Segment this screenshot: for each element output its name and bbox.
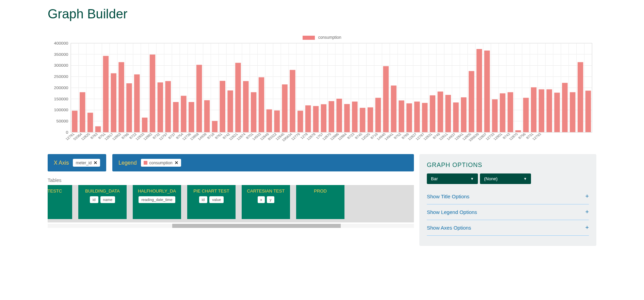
svg-rect-134 bbox=[445, 95, 451, 132]
svg-rect-139 bbox=[484, 51, 490, 132]
svg-rect-111 bbox=[267, 110, 272, 132]
remove-icon[interactable]: ✕ bbox=[175, 160, 178, 165]
legend-box-label: Legend bbox=[118, 160, 136, 166]
svg-rect-115 bbox=[297, 111, 303, 132]
svg-text:8763: 8763 bbox=[90, 132, 99, 139]
legend-chip-swatch bbox=[144, 161, 147, 165]
svg-rect-132 bbox=[430, 95, 435, 132]
svg-rect-152 bbox=[585, 91, 591, 132]
tables-strip[interactable]: SINFOTESTCBUILDING_DATAidnameHALFHOURLY_… bbox=[48, 185, 414, 222]
table-field-chip[interactable]: x bbox=[258, 196, 265, 203]
svg-rect-117 bbox=[313, 106, 319, 132]
svg-rect-140 bbox=[492, 99, 497, 132]
table-field-chip[interactable]: reading_date_time bbox=[139, 196, 175, 203]
table-card[interactable]: SINFOTESTC bbox=[48, 185, 72, 219]
xaxis-chip-text: meter_id bbox=[76, 161, 92, 165]
svg-rect-90 bbox=[103, 56, 109, 132]
table-card-title: SINFOTESTC bbox=[48, 188, 69, 194]
svg-rect-105 bbox=[220, 81, 225, 132]
plus-icon: + bbox=[585, 209, 589, 216]
svg-rect-97 bbox=[158, 82, 163, 132]
svg-text:8752: 8752 bbox=[393, 132, 402, 139]
tables-scrollbar[interactable] bbox=[48, 224, 414, 228]
table-field-chip[interactable]: id bbox=[90, 196, 98, 203]
svg-text:8766: 8766 bbox=[121, 132, 130, 139]
chart-type-select[interactable]: Bar ▼ bbox=[427, 173, 478, 184]
svg-text:350000: 350000 bbox=[54, 53, 68, 56]
svg-rect-109 bbox=[251, 92, 256, 132]
table-card[interactable]: PIE CHART TESTidvalue bbox=[187, 185, 236, 219]
table-field-chip[interactable]: value bbox=[209, 196, 224, 203]
table-card[interactable]: BUILDING_DATAidname bbox=[78, 185, 127, 219]
plus-icon: + bbox=[585, 193, 589, 200]
xaxis-chip[interactable]: meter_id ✕ bbox=[73, 159, 100, 167]
svg-rect-131 bbox=[422, 103, 428, 132]
svg-rect-112 bbox=[274, 111, 279, 132]
svg-rect-104 bbox=[212, 121, 218, 132]
xaxis-dropzone[interactable]: X Axis meter_id ✕ bbox=[48, 154, 106, 171]
svg-text:8737: 8737 bbox=[167, 132, 177, 139]
svg-rect-106 bbox=[227, 90, 233, 132]
svg-text:12864: 12864 bbox=[337, 132, 348, 141]
table-card-title: CARTESIAN TEST bbox=[245, 188, 287, 194]
svg-rect-128 bbox=[399, 100, 404, 132]
options-title: GRAPH OPTIONS bbox=[427, 162, 589, 169]
page-title: Graph Builder bbox=[48, 7, 596, 21]
svg-text:8718: 8718 bbox=[206, 132, 215, 139]
table-field-chip[interactable]: y bbox=[267, 196, 274, 203]
table-field-chip[interactable]: id bbox=[199, 196, 208, 203]
svg-rect-136 bbox=[461, 97, 466, 132]
svg-rect-121 bbox=[344, 104, 350, 132]
table-card[interactable]: CARTESIAN TESTxy bbox=[242, 185, 290, 219]
svg-rect-98 bbox=[165, 81, 171, 132]
svg-text:14941: 14941 bbox=[384, 132, 394, 141]
remove-icon[interactable]: ✕ bbox=[94, 160, 97, 165]
svg-rect-110 bbox=[259, 77, 264, 132]
table-card-title: PIE CHART TEST bbox=[191, 188, 232, 194]
svg-rect-130 bbox=[414, 102, 420, 132]
legend-chip-text: consumption bbox=[149, 161, 173, 165]
legend-dropzone[interactable]: Legend consumption ✕ bbox=[112, 154, 414, 171]
accordion-title-options[interactable]: Show Title Options + bbox=[427, 189, 589, 204]
svg-text:100000: 100000 bbox=[54, 109, 68, 112]
scrollbar-thumb[interactable] bbox=[172, 224, 341, 228]
accordion-label: Show Title Options bbox=[427, 194, 469, 199]
svg-rect-123 bbox=[360, 108, 365, 132]
svg-rect-102 bbox=[196, 65, 202, 132]
svg-rect-93 bbox=[126, 83, 132, 132]
table-card-title: HALFHOURLY_DA bbox=[136, 188, 178, 194]
svg-rect-113 bbox=[282, 84, 287, 132]
svg-text:14939: 14939 bbox=[197, 132, 208, 141]
svg-rect-129 bbox=[406, 103, 412, 132]
bar-chart[interactable]: 0500001000001500002000002500003000003500… bbox=[48, 42, 596, 144]
tables-heading: Tables bbox=[48, 178, 414, 183]
legend-chip[interactable]: consumption ✕ bbox=[141, 159, 181, 167]
svg-rect-122 bbox=[352, 102, 357, 132]
svg-text:12025: 12025 bbox=[360, 132, 371, 141]
table-field-chip[interactable]: name bbox=[100, 196, 115, 203]
svg-text:8761: 8761 bbox=[214, 132, 223, 139]
svg-text:12878: 12878 bbox=[306, 132, 317, 141]
accordion-legend-options[interactable]: Show Legend Options + bbox=[427, 204, 589, 220]
xaxis-label: X Axis bbox=[54, 160, 69, 166]
table-card[interactable]: HALFHOURLY_DAreading_date_time bbox=[133, 185, 181, 219]
svg-rect-108 bbox=[243, 81, 248, 132]
table-card-title: PROD bbox=[300, 188, 341, 194]
svg-text:12870: 12870 bbox=[508, 132, 519, 141]
svg-rect-146 bbox=[539, 89, 544, 132]
chart-legend: consumption bbox=[48, 35, 596, 40]
table-card-title: BUILDING_DATA bbox=[82, 188, 123, 194]
accordion-axes-options[interactable]: Show Axes Options + bbox=[427, 220, 589, 236]
svg-rect-95 bbox=[142, 118, 147, 132]
svg-rect-149 bbox=[562, 83, 567, 132]
secondary-select[interactable]: (None) ▼ bbox=[480, 173, 531, 184]
accordion-label: Show Axes Options bbox=[427, 225, 471, 231]
svg-rect-119 bbox=[328, 101, 334, 132]
svg-rect-101 bbox=[189, 102, 194, 132]
secondary-value: (None) bbox=[484, 176, 498, 181]
table-card[interactable]: PROD bbox=[296, 185, 344, 219]
svg-text:12801: 12801 bbox=[493, 132, 503, 141]
svg-rect-92 bbox=[118, 62, 124, 132]
svg-rect-103 bbox=[204, 100, 210, 132]
chart-container: consumption 0500001000001500002000002500… bbox=[48, 35, 596, 147]
